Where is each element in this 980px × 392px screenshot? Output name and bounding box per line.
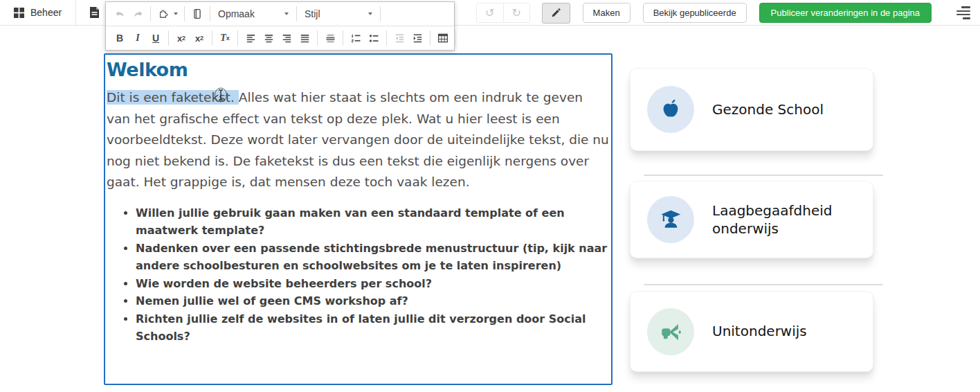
subscript-button[interactable]: x2 bbox=[172, 29, 190, 47]
bullet-list-button[interactable] bbox=[365, 29, 383, 47]
table-icon bbox=[437, 32, 449, 44]
format-dropdown[interactable]: Opmaak bbox=[214, 5, 293, 23]
card-icon-circle bbox=[647, 308, 694, 355]
bold-button[interactable]: B bbox=[111, 29, 129, 47]
card-gezonde-school[interactable]: Gezonde School bbox=[630, 68, 873, 151]
intro-paragraph: Dit is een faketekst. Alles wat hier sta… bbox=[107, 87, 610, 193]
toolbar-row-2: B I U x2 x2 Tx bbox=[106, 26, 454, 50]
nav-beheer-label: Beheer bbox=[30, 7, 62, 18]
redo-icon: ↻ bbox=[511, 6, 520, 19]
templates-icon bbox=[191, 8, 203, 20]
table-button[interactable] bbox=[434, 29, 452, 47]
align-left-button[interactable] bbox=[242, 29, 260, 47]
align-center-button[interactable] bbox=[260, 29, 278, 47]
editor-toolbar: Opmaak Stijl B I U x2 x2 Tx bbox=[105, 1, 455, 51]
numbered-list-button[interactable] bbox=[347, 29, 365, 47]
horizontal-rule-button[interactable] bbox=[321, 29, 339, 47]
style-dropdown[interactable]: Stijl bbox=[300, 5, 376, 23]
card-label: Gezonde School bbox=[712, 100, 824, 118]
align-left-icon bbox=[245, 33, 257, 44]
selected-text: Dit is een faketekst. bbox=[107, 90, 239, 105]
undo-arrow-icon bbox=[114, 8, 126, 20]
indent-button[interactable] bbox=[408, 29, 426, 47]
justify-button[interactable] bbox=[296, 29, 314, 47]
publish-button[interactable]: Publiceer veranderingen in de pagina bbox=[759, 3, 932, 23]
style-dropdown-label: Stijl bbox=[305, 8, 320, 19]
redo-arrow-icon bbox=[132, 8, 144, 20]
card-label: Unitonderwijs bbox=[712, 322, 807, 340]
style-caret-icon bbox=[368, 12, 372, 15]
list-item: Nemen jullie wel of geen CMS workshop af… bbox=[136, 292, 610, 310]
paragraph-text: Alles wat hier staat is slechts om een i… bbox=[107, 90, 609, 189]
remove-format-button[interactable]: Tx bbox=[216, 29, 234, 47]
apple-icon bbox=[658, 97, 683, 122]
redo-button-toolbar[interactable] bbox=[129, 5, 147, 23]
horizontal-rule-icon bbox=[325, 33, 336, 44]
align-center-icon bbox=[263, 33, 275, 44]
justify-icon bbox=[299, 33, 311, 44]
align-right-icon bbox=[281, 33, 293, 44]
content-editor[interactable]: Welkom Dit is een faketekst. Alles wat h… bbox=[104, 53, 612, 385]
pencil-icon bbox=[551, 8, 561, 18]
card-label: Laagbegaafdheid onderwijs bbox=[712, 202, 854, 238]
card-separator bbox=[644, 284, 883, 285]
question-list: Willen jullie gebruik gaan maken van een… bbox=[107, 204, 610, 346]
bekijk-gepubliceerde-button[interactable]: Bekijk gepubliceerde bbox=[643, 3, 747, 23]
megaphone-icon bbox=[658, 319, 683, 344]
card-laagbegaafdheid-onderwijs[interactable]: Laagbegaafdheid onderwijs bbox=[630, 181, 873, 258]
templates-button[interactable] bbox=[188, 5, 206, 23]
grid-icon bbox=[14, 8, 24, 18]
toolbar-row-1: Opmaak Stijl bbox=[106, 2, 454, 26]
numbered-list-icon bbox=[350, 33, 362, 44]
graduate-icon bbox=[658, 207, 683, 232]
outdent-icon bbox=[394, 33, 406, 44]
list-item: Wie worden de website beheerders per sch… bbox=[136, 275, 610, 293]
list-item: Richten jullie zelf de websites in of la… bbox=[136, 310, 610, 346]
page-icon bbox=[90, 7, 99, 18]
format-dropdown-label: Opmaak bbox=[218, 8, 255, 19]
puzzle-icon bbox=[157, 8, 169, 20]
bullet-list-icon bbox=[368, 33, 380, 44]
card-unitonderwijs[interactable]: Unitonderwijs bbox=[630, 291, 873, 372]
maken-button[interactable]: Maken bbox=[583, 3, 630, 23]
card-icon-circle bbox=[647, 86, 694, 133]
outdent-button[interactable] bbox=[390, 29, 408, 47]
align-right-button[interactable] bbox=[278, 29, 296, 47]
undo-button[interactable]: ↺ bbox=[477, 3, 503, 22]
underline-button[interactable]: U bbox=[147, 29, 165, 47]
card-icon-circle bbox=[647, 196, 694, 243]
italic-button[interactable]: I bbox=[129, 29, 147, 47]
edit-mode-button[interactable] bbox=[542, 3, 570, 24]
plugins-caret-icon bbox=[174, 12, 178, 15]
card-separator bbox=[644, 175, 883, 176]
indent-icon bbox=[412, 33, 424, 44]
history-button-group: ↺ ↻ bbox=[476, 3, 530, 23]
page-title: Welkom bbox=[107, 59, 610, 80]
format-caret-icon bbox=[284, 12, 289, 15]
plugins-button[interactable] bbox=[154, 5, 181, 23]
superscript-button[interactable]: x2 bbox=[190, 29, 208, 47]
undo-icon: ↺ bbox=[485, 6, 494, 19]
page-outline-menu-icon[interactable] bbox=[956, 6, 970, 19]
topbar-actions: ↺ ↻ Maken Bekijk gepubliceerde Publiceer… bbox=[476, 0, 980, 26]
list-item: Willen jullie gebruik gaan maken van een… bbox=[136, 204, 610, 240]
redo-button[interactable]: ↻ bbox=[503, 3, 529, 22]
list-item: Nadenken over een passende stichtingsbre… bbox=[136, 240, 610, 275]
nav-beheer[interactable]: Beheer bbox=[0, 0, 75, 25]
undo-button-toolbar[interactable] bbox=[111, 5, 129, 23]
